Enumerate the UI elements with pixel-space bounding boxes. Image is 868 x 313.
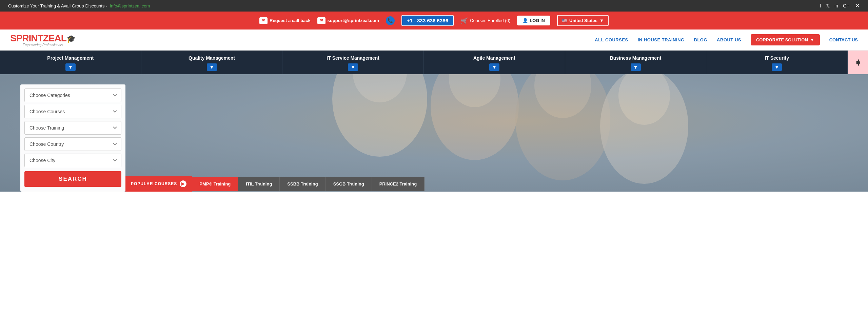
phone-icon: 📞 — [386, 16, 395, 25]
chevron-down-icon: ▼ — [810, 37, 814, 42]
nav-blog[interactable]: BLOG — [694, 37, 708, 42]
twitter-icon[interactable]: 𝕏 — [826, 3, 830, 8]
country-select[interactable]: Choose Country — [24, 137, 121, 151]
linkedin-icon[interactable]: in — [834, 3, 838, 8]
cat-dropdown-3[interactable]: ▼ — [489, 63, 499, 71]
support-email-area[interactable]: ✉ support@sprintzeal.com — [317, 17, 379, 24]
cart-icon: 🛒 — [460, 17, 468, 24]
close-icon[interactable]: ✕ — [855, 2, 860, 9]
city-select[interactable]: Choose City — [24, 154, 121, 167]
email-icon: ✉ — [259, 17, 268, 24]
courses-select[interactable]: Choose Courses — [24, 105, 121, 118]
cat-dropdown-0[interactable]: ▼ — [65, 63, 76, 71]
cat-label: Quality Management — [189, 55, 235, 61]
logo-hat: 🎓 — [66, 35, 75, 43]
category-nav: Project Management ▼ Quality Management … — [0, 51, 868, 74]
hero-background — [0, 74, 868, 192]
nav-contact-us[interactable]: CONTACT US — [829, 37, 858, 42]
cat-label: IT Security — [765, 55, 789, 61]
nav-about-us[interactable]: ABOUT US — [717, 37, 741, 42]
top-bar-message: Customize Your Training & Avail Group Di… — [8, 3, 150, 8]
announcement-email[interactable]: info@sprintzeal.com — [110, 3, 150, 8]
logo-sprint: SPRINT — [10, 33, 43, 43]
cart-area[interactable]: 🛒 Courses Enrolled (0) — [460, 17, 510, 24]
popular-text: POPULAR COURSES — [131, 181, 177, 186]
support-email-label: support@sprintzeal.com — [328, 18, 379, 23]
flag-icon: 🇺🇸 — [562, 18, 567, 23]
corporate-solution-button[interactable]: CORPORATE SOLUTION ▼ — [751, 34, 820, 45]
cat-dropdown-2[interactable]: ▼ — [348, 63, 358, 71]
nav-links: ALL COURSES IN HOUSE TRAINING BLOG ABOUT… — [595, 34, 858, 45]
course-pmp[interactable]: PMP® Training — [192, 177, 238, 191]
popular-arrow-icon: ▶ — [180, 180, 186, 187]
cat-label: Business Management — [610, 55, 662, 61]
cat-project-management[interactable]: Project Management ▼ — [0, 51, 141, 74]
social-links: f 𝕏 in G+ — [820, 3, 849, 8]
login-button[interactable]: 👤 LOG IN — [517, 16, 550, 25]
search-panel: Choose Categories Choose Courses Choose … — [20, 84, 125, 192]
logo[interactable]: SPRINTZEAL🎓 Empowering Professionals — [10, 33, 75, 47]
course-ssbb[interactable]: SSBB Training — [280, 177, 326, 191]
cat-it-service-management[interactable]: IT Service Management ▼ — [282, 51, 424, 74]
cat-agile-management[interactable]: Agile Management ▼ — [424, 51, 565, 74]
login-label: LOG IN — [530, 18, 545, 23]
popular-courses-bar: POPULAR COURSES ▶ PMP® Training ITIL Tra… — [125, 176, 868, 192]
phone-button[interactable]: +1 - 833 636 6366 — [401, 15, 454, 26]
cat-quality-management[interactable]: Quality Management ▼ — [141, 51, 283, 74]
top-bar-right: f 𝕏 in G+ ✕ — [820, 2, 860, 9]
nav-all-courses[interactable]: ALL COURSES — [595, 37, 628, 42]
request-callback[interactable]: ✉ Request a call back — [259, 17, 311, 24]
googleplus-icon[interactable]: G+ — [843, 3, 849, 8]
course-ssgb[interactable]: SSGB Training — [326, 177, 372, 191]
cat-nav-next[interactable]: ➧ — [848, 51, 868, 74]
course-itil[interactable]: ITIL Training — [238, 177, 280, 191]
cat-business-management[interactable]: Business Management ▼ — [565, 51, 707, 74]
cat-label: Project Management — [47, 55, 94, 61]
callback-label: Request a call back — [270, 18, 311, 23]
nav-inhouse-training[interactable]: IN HOUSE TRAINING — [638, 37, 685, 42]
cart-label: Courses Enrolled (0) — [470, 18, 510, 23]
red-bar: ✉ Request a call back ✉ support@sprintze… — [0, 12, 868, 30]
header: SPRINTZEAL🎓 Empowering Professionals ALL… — [0, 30, 868, 51]
search-button[interactable]: SEARCH — [24, 171, 121, 187]
cat-it-security[interactable]: IT Security ▼ — [706, 51, 848, 74]
corporate-solution-label: CORPORATE SOLUTION — [756, 37, 808, 42]
category-select[interactable]: Choose Categories — [24, 89, 121, 102]
user-icon: 👤 — [522, 18, 528, 23]
cat-dropdown-1[interactable]: ▼ — [207, 63, 217, 71]
facebook-icon[interactable]: f — [820, 3, 821, 8]
cat-label: Agile Management — [473, 55, 515, 61]
cat-label: IT Service Management — [327, 55, 379, 61]
country-label: United States — [569, 18, 597, 23]
country-selector[interactable]: 🇺🇸 United States ▼ — [557, 15, 609, 26]
chevron-down-icon: ▼ — [599, 18, 604, 23]
support-email-icon: ✉ — [317, 17, 326, 24]
hero-section: Choose Categories Choose Courses Choose … — [0, 74, 868, 192]
cat-dropdown-4[interactable]: ▼ — [631, 63, 641, 71]
announcement-text: Customize Your Training & Avail Group Di… — [8, 3, 107, 8]
course-prince2[interactable]: PRINCE2 Training — [372, 177, 425, 191]
training-select[interactable]: Choose Training — [24, 121, 121, 135]
top-bar: Customize Your Training & Avail Group Di… — [0, 0, 868, 12]
cat-dropdown-5[interactable]: ▼ — [772, 63, 782, 71]
logo-zeal: ZEAL — [43, 33, 66, 43]
logo-text: SPRINTZEAL🎓 — [10, 33, 75, 44]
popular-courses-label: POPULAR COURSES ▶ — [125, 176, 192, 192]
